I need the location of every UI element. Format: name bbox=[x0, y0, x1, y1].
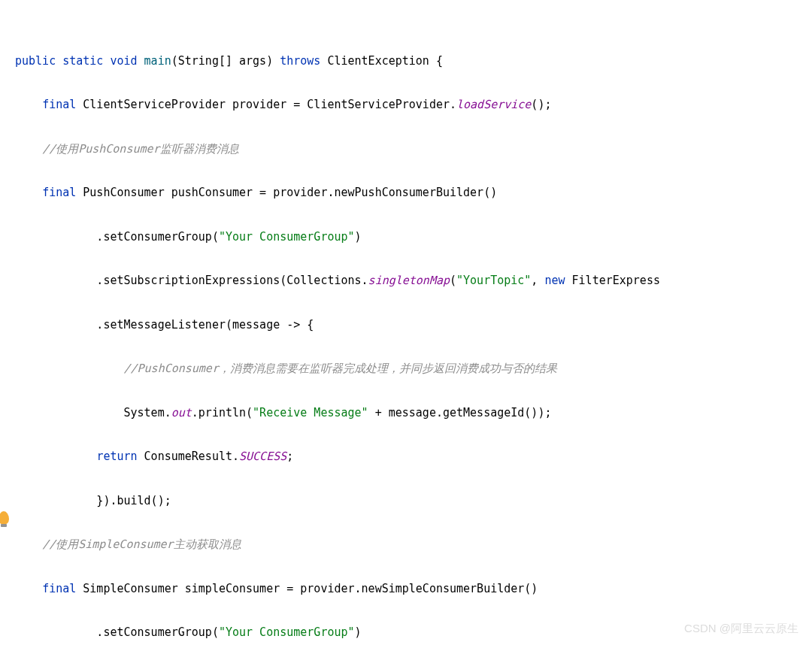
code-line: return ConsumeResult.SUCCESS; bbox=[15, 446, 812, 468]
code-line: .setSubscriptionExpressions(Collections.… bbox=[15, 270, 812, 292]
code-line: //使用SimpleConsumer主动获取消息 bbox=[15, 534, 812, 556]
code-line: public static void main(String[] args) t… bbox=[15, 50, 812, 72]
intention-bulb-icon[interactable] bbox=[0, 511, 9, 525]
code-line: final SimpleConsumer simpleConsumer = pr… bbox=[15, 578, 812, 600]
code-line: .setConsumerGroup("Your ConsumerGroup") bbox=[15, 622, 812, 643]
code-line: final ClientServiceProvider provider = C… bbox=[15, 94, 812, 116]
code-line: .setMessageListener(message -> { bbox=[15, 314, 812, 336]
code-line: }).build(); bbox=[15, 490, 812, 512]
code-line: //使用PushConsumer监听器消费消息 bbox=[15, 138, 812, 160]
code-line: //PushConsumer，消费消息需要在监听器完成处理，并同步返回消费成功与… bbox=[15, 358, 812, 380]
code-line: .setConsumerGroup("Your ConsumerGroup") bbox=[15, 226, 812, 248]
code-line: System.out.println("Receive Message" + m… bbox=[15, 402, 812, 424]
code-line: final PushConsumer pushConsumer = provid… bbox=[15, 182, 812, 204]
code-editor: public static void main(String[] args) t… bbox=[0, 0, 812, 645]
